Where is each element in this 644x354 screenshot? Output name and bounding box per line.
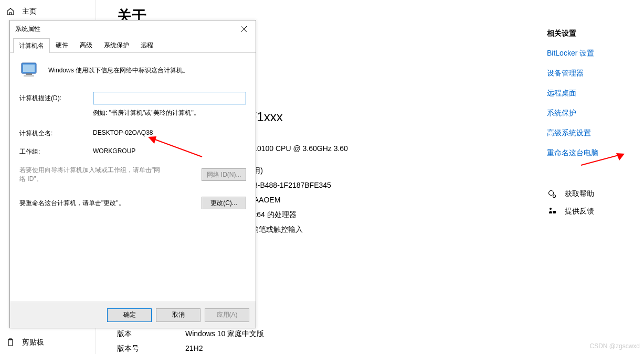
svg-rect-8 [26, 73, 32, 75]
dialog-intro: Windows 使用以下信息在网络中标识这台计算机。 [48, 66, 189, 75]
home-icon [6, 7, 15, 16]
full-name-value: DESKTOP-02OAQ38 [93, 129, 153, 138]
description-input[interactable] [93, 92, 246, 104]
related-heading: 相关设置 [547, 29, 636, 38]
dialog-title: 系统属性 [15, 25, 40, 34]
computer-icon [19, 62, 40, 79]
description-example: 例如: "书房计算机"或"美玲的计算机"。 [93, 109, 246, 117]
link-system-protection[interactable]: 系统保护 [547, 109, 636, 118]
cancel-button[interactable]: 取消 [156, 308, 200, 322]
system-properties-dialog: 系统属性 计算机名 硬件 高级 系统保护 远程 Windows 使用以下信息在网… [9, 20, 256, 328]
dialog-titlebar[interactable]: 系统属性 [10, 20, 256, 37]
clipboard-icon [6, 338, 15, 347]
related-settings: 相关设置 BitLocker 设置 设备管理器 远程桌面 系统保护 高级系统设置… [547, 0, 644, 354]
description-label: 计算机描述(D): [19, 94, 93, 103]
ok-button[interactable]: 确定 [107, 308, 152, 322]
network-id-button[interactable]: 网络 ID(N)... [202, 168, 246, 181]
help-icon [547, 190, 557, 198]
link-advanced-system[interactable]: 高级系统设置 [547, 128, 636, 138]
svg-rect-9 [24, 75, 34, 77]
link-device-manager[interactable]: 设备管理器 [547, 69, 636, 78]
change-button[interactable]: 更改(C)... [202, 197, 246, 209]
link-remote-desktop[interactable]: 远程桌面 [547, 89, 636, 98]
rename-text: 要重命名这台计算机，请单击"更改"。 [19, 199, 125, 208]
nav-clipboard-label: 剪贴板 [22, 338, 44, 347]
win-ver-l: 版本号 [117, 344, 185, 353]
svg-point-2 [549, 191, 554, 196]
join-domain-text: 若要使用向导将计算机加入域或工作组，请单击"网络 ID"。 [19, 166, 166, 184]
win-ver-v: 21H2 [185, 344, 364, 353]
dialog-footer: 确定 取消 应用(A) [10, 302, 256, 328]
tab-advanced[interactable]: 高级 [74, 38, 98, 52]
nav-home-label: 主页 [22, 7, 37, 16]
svg-rect-7 [23, 65, 35, 72]
svg-rect-5 [553, 211, 556, 213]
tab-hardware[interactable]: 硬件 [50, 38, 74, 52]
svg-rect-0 [8, 339, 13, 346]
dialog-body: Windows 使用以下信息在网络中标识这台计算机。 计算机描述(D): 例如:… [10, 52, 256, 304]
feedback-label: 提供反馈 [565, 207, 594, 216]
workgroup-value: WORKGROUP [93, 147, 135, 156]
apply-button[interactable]: 应用(A) [205, 308, 249, 322]
get-help-label: 获取帮助 [565, 189, 594, 199]
win-edition-v: Windows 10 家庭中文版 [185, 329, 364, 339]
get-help-link[interactable]: 获取帮助 [547, 189, 636, 199]
win-edition-l: 版本 [117, 329, 185, 339]
tab-system-protection[interactable]: 系统保护 [98, 38, 135, 52]
tab-computer-name[interactable]: 计算机名 [13, 38, 50, 53]
tab-remote[interactable]: 远程 [135, 38, 159, 52]
feedback-icon [547, 207, 557, 216]
svg-point-3 [553, 195, 556, 198]
link-bitlocker[interactable]: BitLocker 设置 [547, 49, 636, 58]
close-button[interactable] [232, 20, 256, 37]
full-name-label: 计算机全名: [19, 129, 93, 138]
workgroup-label: 工作组: [19, 147, 93, 156]
dialog-tabs: 计算机名 硬件 高级 系统保护 远程 [10, 38, 256, 53]
feedback-link[interactable]: 提供反馈 [547, 207, 636, 216]
link-rename-pc[interactable]: 重命名这台电脑 [547, 148, 636, 158]
nav-clipboard[interactable]: 剪贴板 [0, 331, 96, 354]
close-icon [241, 26, 247, 32]
svg-point-4 [550, 208, 552, 210]
